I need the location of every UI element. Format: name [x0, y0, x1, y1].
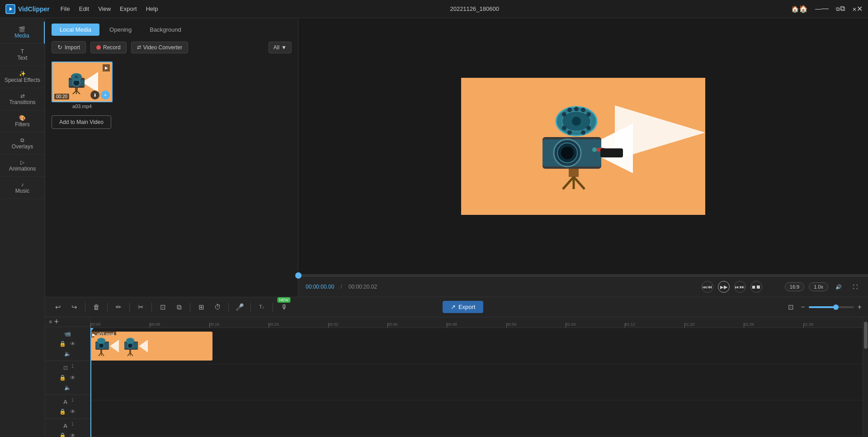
- tab-local-media[interactable]: Local Media: [52, 24, 99, 36]
- sidebar-item-transitions[interactable]: ⇄ Transitions: [0, 88, 45, 110]
- add-to-main-button[interactable]: Add to Main Video: [52, 115, 111, 129]
- svg-rect-35: [569, 169, 579, 177]
- trash-icon: 🗑: [93, 303, 100, 311]
- media-item[interactable]: ▶ 00:20 ⬇ + a03.mp4: [52, 62, 113, 109]
- text2-eye-icon[interactable]: 👁: [69, 432, 77, 437]
- prev-frame-button[interactable]: ⏮: [702, 281, 713, 293]
- toolbar-separator-1: [85, 303, 85, 312]
- fullscreen-button[interactable]: ⛶: [849, 281, 861, 293]
- sidebar-item-text[interactable]: T Text: [0, 44, 45, 66]
- close-icon[interactable]: ✕: [852, 5, 863, 13]
- svg-rect-33: [597, 148, 605, 152]
- layout-button[interactable]: ⊞: [195, 301, 208, 314]
- export-button[interactable]: ↗ Export: [443, 301, 484, 313]
- audio-record-button[interactable]: 🎤: [233, 301, 246, 314]
- restore-icon[interactable]: ⧉: [836, 5, 845, 13]
- caption-button[interactable]: T↓: [255, 301, 268, 314]
- duration-button[interactable]: ⏱: [211, 301, 224, 314]
- edit-button[interactable]: ✏: [112, 301, 125, 314]
- overlay-eye-icon[interactable]: 👁: [69, 374, 77, 382]
- player-right-controls: ⏮ ▶ ⏭ ⏹ 16:9 1.0x 🔊 ⛶: [702, 281, 861, 293]
- prev-icon: ⏮: [703, 284, 712, 290]
- track-eye-icon[interactable]: 👁: [69, 340, 77, 348]
- zoom-handle[interactable]: [833, 304, 839, 310]
- scrollbar-thumb[interactable]: [864, 322, 868, 349]
- overlay-audio-icon[interactable]: 🔈: [64, 384, 72, 392]
- speed-button[interactable]: 1.0x: [809, 282, 828, 291]
- new-feature-button[interactable]: 🎙: [278, 301, 290, 314]
- filter-dropdown[interactable]: All ▼: [269, 42, 292, 53]
- sidebar: 🎬 Media T Text ✨ Special Effects ⇄ Trans…: [0, 18, 45, 437]
- playhead[interactable]: [90, 328, 91, 437]
- undo-button[interactable]: ↩: [52, 301, 64, 314]
- track-controls-text2: A 1 🔒 👁 🔈: [45, 419, 90, 437]
- fit-button[interactable]: ⊡: [784, 301, 797, 314]
- delete-button[interactable]: 🗑: [90, 301, 103, 314]
- text-track-num: 1: [71, 398, 74, 406]
- scrubber-handle[interactable]: [295, 272, 302, 279]
- minimize-icon[interactable]: —: [815, 5, 829, 13]
- download-icon[interactable]: ⬇: [90, 90, 99, 100]
- play-button[interactable]: ▶: [718, 281, 730, 293]
- add-track-area[interactable]: ≡ +: [49, 317, 59, 327]
- app-name: VidClipper: [18, 5, 50, 13]
- menu-edit[interactable]: Edit: [79, 5, 89, 12]
- add-track-button[interactable]: +: [54, 317, 59, 327]
- text-eye-icon[interactable]: 👁: [69, 408, 77, 416]
- sidebar-item-special-effects[interactable]: ✨ Special Effects: [0, 66, 45, 88]
- stop-button[interactable]: ⏹: [750, 281, 762, 293]
- time-separator: /: [340, 284, 342, 290]
- svg-point-19: [574, 107, 579, 111]
- svg-rect-26: [542, 137, 601, 169]
- svg-point-55: [129, 344, 132, 347]
- track-lock-icon[interactable]: 🔒: [59, 340, 67, 348]
- record-button[interactable]: Record: [90, 42, 127, 53]
- next-icon: ⏭: [735, 284, 745, 290]
- timeline-ruler[interactable]: 00:0000:0800:1600:2400:3200:4000:4800:56…: [90, 317, 863, 328]
- zoom-in-button[interactable]: +: [858, 303, 862, 311]
- video-clip[interactable]: ▶ a03.mp4: [90, 332, 212, 361]
- zoom-out-button[interactable]: −: [801, 303, 805, 311]
- cut-button[interactable]: ✂: [134, 301, 147, 314]
- caption-icon: T↓: [259, 304, 264, 309]
- sidebar-item-music[interactable]: ♪ Music: [0, 177, 45, 199]
- menu-view[interactable]: View: [98, 5, 111, 12]
- menu-help[interactable]: Help: [146, 5, 158, 12]
- crop-button[interactable]: ⊡: [156, 301, 169, 314]
- media-filename: a03.mp4: [52, 104, 113, 109]
- text2-lock-icon[interactable]: 🔒: [59, 432, 67, 437]
- media-panel: Local Media Opening Background ↻ Import …: [45, 18, 298, 297]
- track-audio-icon[interactable]: 🔈: [64, 350, 72, 358]
- import-button[interactable]: ↻ Import: [52, 41, 86, 53]
- text-lock-icon[interactable]: 🔒: [59, 408, 67, 416]
- player-controls: 00:00:00.00 / 00:00:20.02 ⏮ ▶ ⏭ ⏹ 16:9 1…: [298, 277, 868, 297]
- timeline-scrollbar[interactable]: [863, 317, 868, 437]
- zoom-slider[interactable]: [809, 306, 854, 308]
- aspect-ratio-button[interactable]: 16:9: [785, 282, 804, 291]
- copy-button[interactable]: ⧉: [173, 301, 185, 314]
- next-frame-button[interactable]: ⏭: [734, 281, 746, 293]
- menu-export[interactable]: Export: [120, 5, 137, 12]
- sidebar-item-animations[interactable]: ▷ Animations: [0, 155, 45, 177]
- sidebar-item-media[interactable]: 🎬 Media: [0, 22, 45, 44]
- redo-icon: ↪: [71, 303, 77, 311]
- tab-opening[interactable]: Opening: [101, 24, 140, 36]
- video-scrubber[interactable]: [298, 274, 868, 277]
- sidebar-item-filters[interactable]: 🎨 Filters: [0, 110, 45, 133]
- video-converter-button[interactable]: ⇄ Video Converter: [131, 42, 189, 53]
- sidebar-item-overlays[interactable]: ⧉ Overlays: [0, 133, 45, 155]
- light-beam: [461, 78, 705, 215]
- svg-point-28: [554, 139, 581, 166]
- home-icon[interactable]: 🏠: [791, 5, 808, 13]
- svg-point-6: [74, 81, 79, 85]
- filters-icon: 🎨: [4, 115, 41, 121]
- transitions-icon: ⇄: [4, 93, 41, 99]
- redo-button[interactable]: ↪: [68, 301, 80, 314]
- tab-background[interactable]: Background: [142, 24, 189, 36]
- effects-icon: ✨: [4, 71, 41, 77]
- add-icon[interactable]: +: [101, 90, 110, 100]
- toolbar-separator-7: [250, 303, 251, 312]
- menu-file[interactable]: File: [61, 5, 70, 12]
- overlay-lock-icon[interactable]: 🔒: [59, 374, 67, 382]
- volume-button[interactable]: 🔊: [833, 281, 844, 293]
